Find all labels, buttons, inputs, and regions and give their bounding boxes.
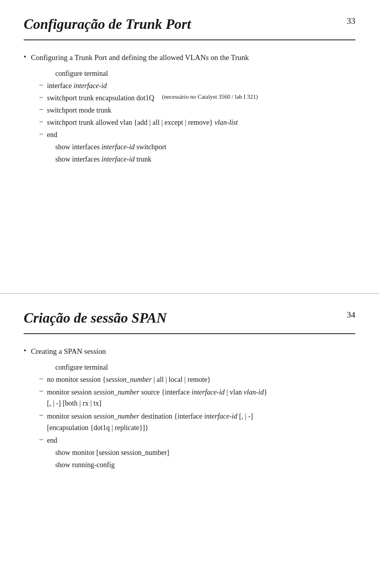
dash-text-allowed: switchport trunk allowed vlan {add | all… — [47, 117, 238, 128]
dash-symbol-3: – — [39, 105, 43, 113]
dash-monitor-dest-34: – monitor session session_number destina… — [39, 411, 355, 434]
show-running-config: show running-config — [39, 460, 355, 470]
dash-symbol: – — [39, 81, 43, 89]
bullet-main-33: • Configuring a Trunk Port and defining … — [24, 52, 355, 64]
slide-33: 33 Configuração de Trunk Port • Configur… — [0, 0, 379, 294]
slide-title-34: Criação de sessão SPAN — [24, 310, 355, 326]
dash-text-interface: interface interface-id — [47, 81, 107, 91]
dest-line2: [encapsulation {dot1q | replicate}]} — [47, 422, 253, 434]
dash-symbol-8: – — [39, 411, 43, 419]
slide-34: 34 Criação de sessão SPAN • Creating a S… — [0, 294, 379, 588]
slide-title-33: Configuração de Trunk Port — [24, 16, 355, 32]
dash-no-monitor-34: – no monitor session {session_number | a… — [39, 374, 355, 385]
dash-content-source: monitor session session_number source {i… — [47, 387, 267, 410]
bullet-main-text-33: Configuring a Trunk Port and defining th… — [31, 52, 249, 64]
source-line2: [, | -] [both | rx | tx] — [47, 398, 267, 409]
show-interfaces-switchport: show interfaces interface-id switchport — [39, 142, 355, 152]
indent-block-34: configure terminal – no monitor session … — [24, 362, 355, 472]
configure-terminal-34: configure terminal — [39, 362, 355, 373]
dash-text-encap-wrapper: switchport trunk encapsulation dot1Q (ne… — [47, 93, 258, 103]
dash-allowed-vlan-33: – switchport trunk allowed vlan {add | a… — [39, 117, 355, 128]
dash-end-33: – end — [39, 130, 355, 140]
dash-text-mode: switchport mode trunk — [47, 105, 111, 116]
bullet-main-text-34: Creating a SPAN session — [31, 346, 106, 357]
dest-line1: monitor session session_number destinati… — [47, 411, 253, 422]
page: 33 Configuração de Trunk Port • Configur… — [0, 0, 379, 588]
indent-block-33: configure terminal – interface interface… — [24, 68, 355, 166]
page-number-33: 33 — [347, 16, 355, 26]
dash-symbol-7: – — [39, 387, 43, 395]
page-number-34: 34 — [347, 310, 355, 320]
dash-symbol-9: – — [39, 435, 43, 443]
bullet-dot-34: • — [24, 347, 26, 355]
dash-symbol-5: – — [39, 130, 43, 138]
title-divider-33 — [24, 39, 355, 40]
dash-text-encap: switchport trunk encapsulation dot1Q — [47, 93, 154, 103]
title-divider-34 — [24, 333, 355, 334]
dash-symbol-2: – — [39, 93, 43, 101]
dash-symbol-6: – — [39, 374, 43, 383]
side-note-encap: (necessário no Catalyst 3560 / lab I 321… — [162, 94, 258, 100]
dash-end-34: – end — [39, 435, 355, 446]
dash-encap-33: – switchport trunk encapsulation dot1Q (… — [39, 93, 355, 103]
show-interfaces-trunk: show interfaces interface-id trunk — [39, 154, 355, 165]
bullet-section-33: • Configuring a Trunk Port and defining … — [24, 52, 355, 166]
dash-monitor-source-34: – monitor session session_number source … — [39, 387, 355, 410]
dash-symbol-4: – — [39, 117, 43, 126]
show-monitor: show monitor [session session_number] — [39, 447, 355, 458]
bullet-main-34: • Creating a SPAN session — [24, 346, 355, 357]
dash-text-no-monitor: no monitor session {session_number | all… — [47, 374, 211, 385]
dash-content-dest: monitor session session_number destinati… — [47, 411, 253, 434]
bullet-section-34: • Creating a SPAN session configure term… — [24, 346, 355, 472]
bullet-dot-33: • — [24, 53, 26, 61]
dash-mode-trunk-33: – switchport mode trunk — [39, 105, 355, 116]
dash-text-end-34: end — [47, 435, 57, 446]
configure-terminal-33: configure terminal — [39, 68, 355, 79]
dash-text-end: end — [47, 130, 57, 140]
dash-interface-33: – interface interface-id — [39, 81, 355, 91]
source-line1: monitor session session_number source {i… — [47, 387, 267, 398]
